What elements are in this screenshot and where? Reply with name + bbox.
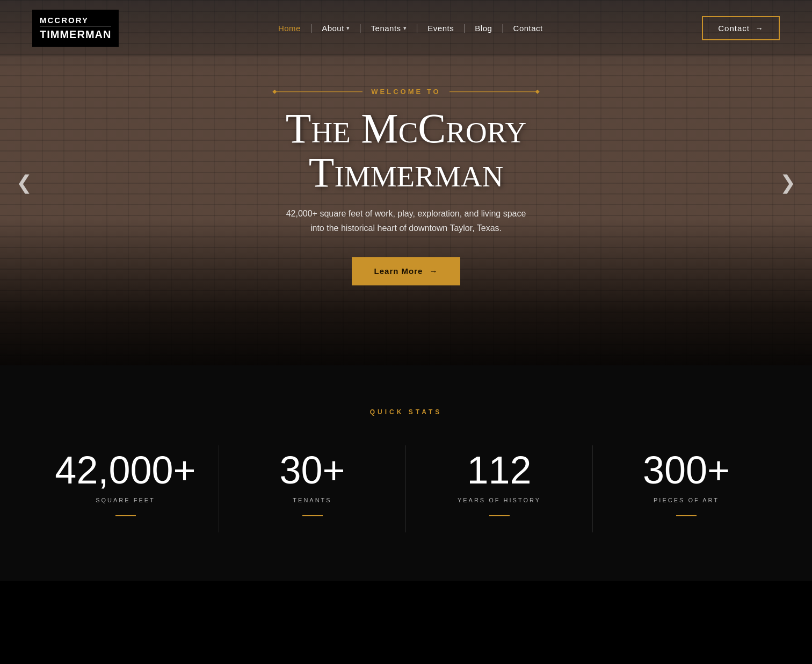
arrow-right-icon: →	[429, 266, 438, 276]
stat-desc-art: PIECES OF ART	[614, 497, 758, 503]
nav-item-events[interactable]: Events	[427, 24, 454, 33]
stat-desc-tenants: TENANTS	[241, 497, 384, 503]
chevron-down-icon: ▾	[403, 25, 407, 32]
stat-item-tenants: 30+ TENANTS	[219, 445, 406, 532]
nav-separator: |	[463, 23, 465, 33]
hero-title: The McCrory Timmerman	[197, 106, 615, 194]
stat-underline-art	[676, 515, 697, 516]
nav-separator: |	[416, 23, 418, 33]
nav-separator: |	[359, 23, 361, 33]
stat-desc-sqft: SQUARE FEET	[54, 497, 197, 503]
nav-item-contact[interactable]: Contact	[513, 24, 543, 33]
stat-number-sqft: 42,000+	[54, 451, 197, 489]
nav-separator: |	[310, 23, 312, 33]
hero-prev-button[interactable]: ❮	[11, 166, 38, 199]
nav-item-home[interactable]: Home	[278, 24, 301, 33]
nav-item-about[interactable]: About ▾	[322, 24, 350, 33]
stat-underline-history	[489, 515, 510, 516]
stats-grid: 42,000+ SQUARE FEET 30+ TENANTS 112 YEAR…	[32, 445, 780, 532]
hero-next-button[interactable]: ❯	[774, 166, 801, 199]
stat-number-history: 112	[427, 451, 571, 489]
logo[interactable]: McCrory Timmerman	[32, 10, 119, 47]
learn-more-button[interactable]: Learn More →	[352, 257, 461, 285]
arrow-icon: →	[755, 24, 764, 33]
stat-item-art: 300+ PIECES OF ART	[593, 445, 780, 532]
stat-underline-sqft	[115, 515, 136, 516]
stats-section-label: QUICK STATS	[32, 408, 780, 416]
logo-box: McCrory Timmerman	[32, 10, 119, 47]
site-header: McCrory Timmerman Home | About ▾ | Tenan…	[0, 0, 812, 56]
logo-line2: Timmerman	[40, 26, 111, 41]
hero-subtitle: 42,000+ square feet of work, play, explo…	[197, 206, 615, 235]
welcome-deco-right	[450, 91, 535, 92]
main-nav: Home | About ▾ | Tenants ▾ | Events | Bl…	[278, 23, 543, 33]
chevron-down-icon: ▾	[346, 25, 350, 32]
welcome-deco-left	[277, 91, 363, 92]
stat-item-sqft: 42,000+ SQUARE FEET	[32, 445, 219, 532]
logo-line1: McCrory	[40, 15, 111, 26]
welcome-line: WELCOME TO	[197, 88, 615, 96]
welcome-label: WELCOME TO	[371, 88, 440, 96]
nav-item-blog[interactable]: Blog	[475, 24, 492, 33]
hero-content: WELCOME TO The McCrory Timmerman 42,000+…	[197, 88, 615, 285]
stat-desc-history: YEARS OF HISTORY	[427, 497, 571, 503]
stat-item-history: 112 YEARS OF HISTORY	[406, 445, 593, 532]
nav-item-tenants[interactable]: Tenants ▾	[371, 24, 407, 33]
stat-underline-tenants	[302, 515, 323, 516]
hero-section: McCrory Timmerman Home | About ▾ | Tenan…	[0, 0, 812, 365]
nav-separator: |	[502, 23, 503, 33]
contact-button[interactable]: Contact →	[702, 16, 780, 40]
stat-number-tenants: 30+	[241, 451, 384, 489]
stat-number-art: 300+	[614, 451, 758, 489]
stats-section: QUICK STATS 42,000+ SQUARE FEET 30+ TENA…	[0, 365, 812, 581]
